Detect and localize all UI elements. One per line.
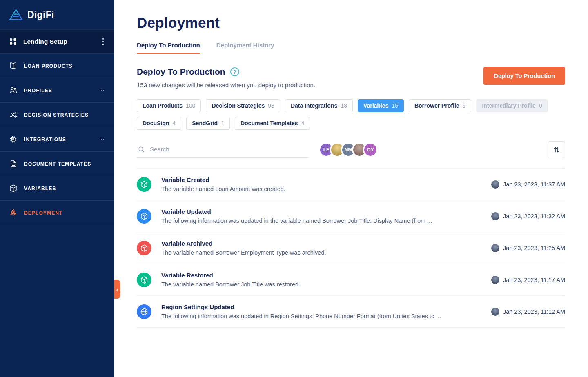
change-date: Jan 23, 2023, 11:17 AM — [503, 277, 565, 283]
chip-count: 100 — [186, 102, 195, 109]
document-icon — [9, 160, 18, 168]
user-avatar — [491, 276, 499, 284]
user-avatar — [491, 244, 499, 252]
sidebar-item-integrations[interactable]: INTEGRATIONS — [0, 127, 114, 152]
chip-count: 93 — [268, 102, 274, 109]
tab-bar: Deploy To Production Deployment History — [137, 42, 565, 55]
list-toolbar: LF NM OY — [137, 141, 565, 158]
chip-count: 4 — [301, 120, 305, 126]
kebab-menu-icon[interactable] — [101, 36, 106, 47]
sidebar-item-decision-strategies[interactable]: DECISION STRATEGIES — [0, 103, 114, 127]
rocket-icon — [9, 208, 18, 217]
chip-count: 0 — [539, 102, 542, 109]
globe-icon — [137, 304, 151, 319]
sort-button[interactable] — [548, 141, 565, 158]
chip-label: DocuSign — [143, 120, 169, 126]
change-description: The variable named Loan Amount was creat… — [161, 186, 481, 192]
change-description: The variable named Borrower Employment T… — [161, 249, 481, 256]
sidebar-item-label: PROFILES — [24, 88, 52, 93]
filter-chip-docusign[interactable]: DocuSign4 — [137, 117, 181, 130]
chevron-down-icon — [100, 137, 105, 142]
sort-icon — [552, 146, 561, 154]
change-title: Variable Created — [161, 176, 481, 183]
chip-label: Loan Products — [143, 102, 183, 109]
filter-chip-loan-products[interactable]: Loan Products100 — [137, 99, 201, 112]
change-title: Region Settings Updated — [161, 304, 481, 310]
sidebar-item-label: INTEGRATIONS — [24, 137, 66, 142]
chevron-down-icon — [100, 88, 105, 93]
avatar-group: LF NM OY — [319, 142, 378, 157]
chip-label: SendGrid — [192, 120, 218, 126]
user-avatar — [491, 308, 499, 316]
sidebar-item-deployment[interactable]: DEPLOYMENT — [0, 201, 114, 225]
sidebar-item-variables[interactable]: VARIABLES — [0, 176, 114, 201]
chip-label: Variables — [363, 102, 389, 109]
sidebar: DigiFi Lending Setup LOAN PRODUCTS PROFI… — [0, 0, 114, 377]
user-avatar — [491, 180, 499, 188]
change-date: Jan 23, 2023, 11:25 AM — [503, 245, 565, 251]
change-title: Variable Updated — [161, 208, 481, 215]
change-row: Variable Restored The variable named Bor… — [137, 264, 565, 296]
user-avatar — [491, 212, 499, 220]
changes-list: Variable Created The variable named Loan… — [137, 168, 565, 328]
chip-count: 4 — [172, 120, 176, 126]
sidebar-item-label: DOCUMENT TEMPLATES — [24, 161, 91, 167]
avatar-oy[interactable]: OY — [363, 142, 378, 157]
tab-deploy-to-production[interactable]: Deploy To Production — [137, 42, 200, 55]
chip-count: 1 — [221, 120, 224, 126]
main-content: Deployment Deploy To Production Deployme… — [114, 0, 588, 377]
chip-label: Borrower Profile — [414, 102, 459, 109]
sidebar-item-label: DECISION STRATEGIES — [24, 112, 89, 118]
book-icon — [9, 62, 18, 70]
filter-chip-decision-strategies[interactable]: Decision Strategies93 — [206, 99, 280, 112]
sidebar-item-profiles[interactable]: PROFILES — [0, 78, 114, 103]
change-title: Variable Restored — [161, 272, 481, 279]
chip-label: Decision Strategies — [212, 102, 265, 109]
filter-chips: Loan Products100 Decision Strategies93 D… — [137, 99, 565, 130]
deploy-to-production-button[interactable]: Deploy To Production — [483, 67, 565, 85]
search-input[interactable] — [138, 142, 307, 157]
help-icon[interactable]: ? — [230, 67, 239, 76]
logo: DigiFi — [0, 0, 114, 29]
search-box — [137, 142, 308, 158]
change-description: The following information was updated in… — [161, 313, 481, 319]
chip-label: Data Integrations — [291, 102, 337, 109]
search-icon — [138, 146, 145, 153]
sidebar-section-lending-setup[interactable]: Lending Setup — [0, 29, 114, 54]
change-date: Jan 23, 2023, 11:37 AM — [503, 181, 565, 188]
sidebar-item-document-templates[interactable]: DOCUMENT TEMPLATES — [0, 152, 114, 176]
tab-deployment-history[interactable]: Deployment History — [216, 42, 274, 55]
sidebar-item-label: LOAN PRODUCTS — [24, 63, 73, 69]
cube-icon — [137, 177, 151, 192]
sidebar-item-loan-products[interactable]: LOAN PRODUCTS — [0, 54, 114, 78]
cube-icon — [137, 241, 151, 255]
change-title: Variable Archived — [161, 240, 481, 247]
change-date: Jan 23, 2023, 11:32 AM — [503, 213, 565, 220]
cube-icon — [9, 184, 18, 193]
chip-count: 9 — [463, 102, 466, 109]
cube-icon — [137, 209, 151, 224]
change-description: The variable named Borrower Job Title wa… — [161, 281, 481, 288]
chip-icon — [9, 135, 18, 144]
chip-count: 18 — [341, 102, 347, 109]
change-row: Variable Updated The following informati… — [137, 200, 565, 232]
change-description: The following information was updated in… — [161, 217, 481, 224]
chip-label: Document Templates — [241, 120, 298, 126]
sidebar-section-label: Lending Setup — [23, 38, 67, 45]
change-row: Variable Created The variable named Loan… — [137, 169, 565, 200]
filter-chip-data-integrations[interactable]: Data Integrations18 — [285, 99, 353, 112]
chip-label: Intermediary Profile — [482, 102, 536, 109]
filter-chip-sendgrid[interactable]: SendGrid1 — [186, 117, 230, 130]
filter-chip-document-templates[interactable]: Document Templates4 — [235, 117, 310, 130]
logo-text: DigiFi — [27, 9, 54, 20]
users-icon — [9, 86, 18, 95]
sidebar-nav: LOAN PRODUCTS PROFILES DECISION STRATEGI… — [0, 54, 114, 225]
filter-chip-intermediary-profile: Intermediary Profile0 — [476, 99, 548, 112]
filter-chip-variables[interactable]: Variables15 — [358, 99, 404, 112]
change-row: Variable Archived The variable named Bor… — [137, 232, 565, 264]
deploy-section-header: Deploy To Production ? 153 new changes w… — [137, 67, 565, 89]
sidebar-item-label: DEPLOYMENT — [24, 210, 62, 216]
filter-chip-borrower-profile[interactable]: Borrower Profile9 — [409, 99, 472, 112]
sidebar-collapse-handle[interactable]: ‹ — [114, 280, 120, 299]
lending-setup-icon — [9, 38, 17, 46]
